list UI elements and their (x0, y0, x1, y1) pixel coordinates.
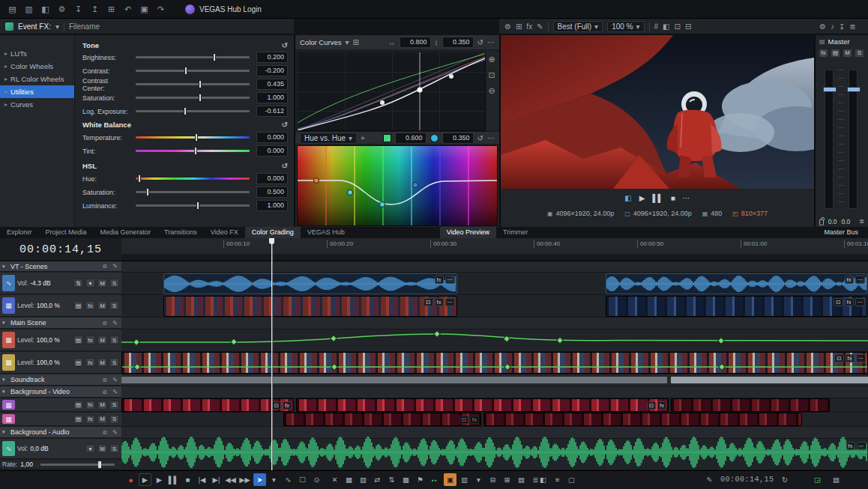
preview-pause-button[interactable]: ▌▌ (652, 194, 663, 202)
downmix-icon[interactable]: ↧ (839, 22, 845, 31)
video-track-icon[interactable]: ▦ (2, 354, 15, 371)
slider-thumb[interactable] (138, 174, 141, 183)
tab-color-grading[interactable]: Color Grading (245, 227, 301, 238)
track-fx-button[interactable]: fx (85, 358, 95, 367)
audio-event[interactable]: fx⋯ (121, 434, 868, 470)
slider-thumb[interactable] (184, 107, 187, 115)
slider-thumb[interactable] (194, 147, 197, 155)
rewind-button[interactable]: ◀◀ (224, 473, 237, 486)
bus-assign-icon[interactable]: ▤ (73, 335, 83, 344)
contrast-center-slider[interactable] (136, 83, 250, 85)
audio-track-icon[interactable]: ∿ (2, 441, 15, 456)
track-fx-button[interactable]: fx (85, 301, 95, 310)
hue-value[interactable]: 0.000 (256, 173, 288, 184)
collapse-icon[interactable]: ▾ (2, 389, 8, 395)
chevron-down-icon[interactable]: ▾ (345, 38, 349, 46)
preview-settings-icon[interactable]: ⚙ (504, 22, 511, 31)
horizontal-range-value[interactable]: 0.800 (400, 37, 431, 48)
vegas-hub-login-button[interactable]: VEGAS Hub Login (178, 1, 269, 18)
brightness-value[interactable]: 0.200 (256, 52, 288, 63)
tab-vegas-hub[interactable]: VEGAS Hub (301, 227, 352, 238)
normal-edit-icon[interactable]: ▣ (444, 473, 456, 486)
group-bypass-icon[interactable]: ⊘ (100, 263, 109, 270)
hsl-saturation-value[interactable]: 0.500 (256, 186, 288, 198)
event-crop-button[interactable]: ⊡ (459, 416, 468, 424)
collapse-icon[interactable]: ▾ (2, 377, 8, 383)
luminance-value[interactable]: 1.000 (256, 200, 288, 211)
mute-button[interactable]: M (97, 415, 107, 424)
tab-media-generator[interactable]: Media Generator (94, 227, 158, 238)
group-bypass-icon[interactable]: ⊘ (100, 429, 109, 436)
nav-item-curves[interactable]: ▸Curves (0, 98, 74, 111)
preview-edit-icon[interactable]: ✎ (537, 22, 543, 31)
lock-icon[interactable] (819, 219, 824, 225)
rate-slider-thumb[interactable] (98, 461, 101, 468)
reset-icon[interactable]: ↺ (477, 134, 483, 142)
reset-icon[interactable]: ↺ (282, 162, 288, 170)
rate-value[interactable]: 1,00 (20, 461, 33, 468)
track-group-main-scene[interactable]: ▾ Main Scene ⊘ ✎ (0, 318, 121, 329)
zoom-tool-button[interactable]: ⊙ (310, 473, 323, 486)
insert-marker-icon[interactable]: ⊟ (486, 473, 499, 486)
video-track-icon[interactable]: ▦ (2, 400, 15, 410)
slider-thumb[interactable] (146, 188, 149, 196)
pause-button[interactable]: ▌▌ (167, 473, 180, 486)
track-dropdown-icon[interactable]: ▾ (85, 444, 95, 453)
tab-project-media[interactable]: Project Media (39, 227, 94, 238)
mute-button[interactable]: M (97, 401, 107, 410)
level-value[interactable]: 100,0 % (37, 302, 60, 309)
nav-item-utilities[interactable]: ▸Utilities (0, 85, 74, 98)
audio-track-icon[interactable]: ∿ (2, 275, 15, 291)
bus-assign-icon[interactable]: ▤ (73, 401, 83, 410)
import-media-icon[interactable]: ↧ (71, 2, 85, 16)
solo-button[interactable]: S (109, 279, 119, 288)
event-more-icon[interactable]: ⋯ (857, 442, 867, 450)
record-button[interactable]: ● (124, 473, 137, 486)
tint-slider[interactable] (136, 150, 250, 152)
event-crop-button[interactable]: ⊡ (647, 401, 656, 410)
preview-zoom-select[interactable]: 100 % ▾ (607, 21, 644, 32)
slider-thumb[interactable] (196, 201, 199, 210)
contrast-slider[interactable] (136, 70, 250, 72)
event-more-icon[interactable]: ⋯ (856, 354, 867, 362)
audio-event[interactable]: fx⋯ (163, 273, 457, 294)
track-header-main-video-2[interactable]: ▦ Level:100,0 % ▤ fx M S (0, 352, 121, 374)
timeline-ruler[interactable]: 00:00:10 00:00:20 00:00:30 00:00:40 00:0… (121, 238, 868, 261)
mute-button[interactable]: M (97, 444, 107, 453)
timecode-edit-icon[interactable]: ✎ (703, 473, 716, 486)
group-edit-icon[interactable]: ✎ (111, 320, 119, 326)
master-meter-left[interactable] (825, 70, 834, 209)
log-exposure-slider[interactable] (136, 110, 250, 112)
tab-master-bus[interactable]: Master Bus (817, 227, 865, 238)
loop-play-button[interactable]: ▶ (139, 473, 151, 486)
solo-button[interactable]: S (109, 358, 119, 367)
hsl-saturation-slider[interactable] (136, 191, 250, 193)
nav-item-luts[interactable]: ▸LUTs (0, 47, 74, 60)
solo-button[interactable]: S (109, 301, 119, 310)
event-fx-button[interactable]: fx (435, 298, 444, 306)
preview-quality-select[interactable]: Best (Full) ▾ (553, 21, 603, 32)
color-curve-graph[interactable] (297, 52, 486, 131)
log-exposure-value[interactable]: -0.612 (256, 106, 288, 117)
track-header-bg-video-2[interactable]: ▦ ▤ fx M S (0, 413, 121, 426)
event-crop-button[interactable]: ⊡ (272, 401, 281, 410)
publish-icon[interactable]: ↥ (88, 2, 102, 16)
video-event[interactable]: ⊡fx (296, 398, 669, 412)
event-fx-button[interactable]: fx (435, 276, 444, 284)
event-crop-button[interactable]: ⊡ (834, 298, 843, 306)
zoom-out-icon[interactable]: ⊖ (488, 86, 495, 96)
track-fx-button[interactable]: fx (85, 335, 95, 344)
reset-icon[interactable]: ↺ (477, 38, 483, 46)
reset-icon[interactable]: ↺ (282, 41, 288, 49)
video-event[interactable]: ⊡fx⋯ (606, 296, 867, 317)
copy-frame-icon[interactable]: ⊡ (675, 22, 681, 31)
group-edit-icon[interactable]: ✎ (111, 389, 119, 395)
master-meter-right[interactable] (849, 70, 858, 209)
grid-snap-icon[interactable]: ▨ (357, 473, 370, 486)
track-group-soundtrack[interactable]: ▾ Soundtrack ⊘ ✎ (0, 374, 121, 386)
event-fx-button[interactable]: fx (846, 442, 855, 450)
point-color-dot[interactable] (430, 134, 438, 142)
transport-timecode[interactable]: 00:00:14,15 (720, 476, 774, 484)
event-fx-button[interactable]: fx (845, 298, 854, 306)
open-project-icon[interactable]: ▥ (22, 2, 36, 16)
